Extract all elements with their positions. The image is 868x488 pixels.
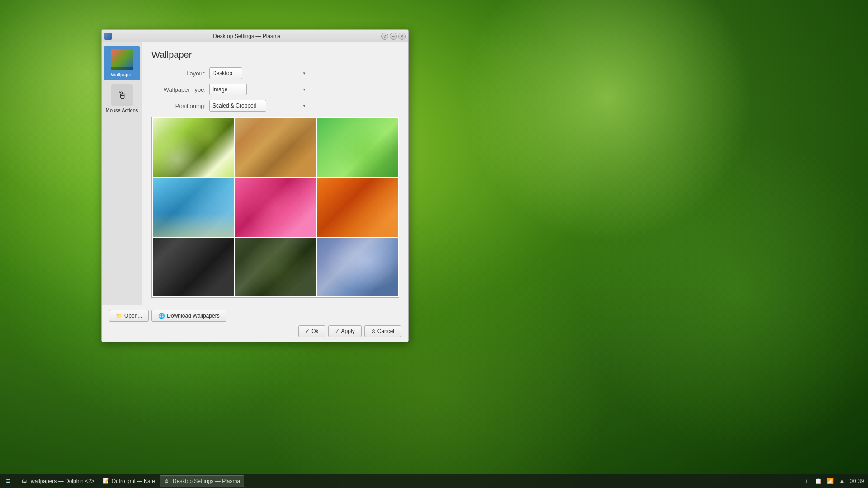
sidebar-wallpaper-label: Wallpaper [111, 72, 133, 77]
sidebar-item-mouse-actions[interactable]: 🖱 Mouse Actions [104, 82, 140, 116]
window-footer: 📁 Open... 🌐 Download Wallpapers ✓ Ok ✓ A… [102, 305, 408, 342]
wallpaper-grid-container[interactable] [151, 117, 399, 298]
positioning-select-wrapper: Scaled & Cropped Centered Tiled Centered… [209, 100, 309, 112]
wallpaper-type-row: Wallpaper Type: Image Color Slideshow [151, 84, 399, 95]
clipboard-tray-icon[interactable]: 📋 [814, 477, 822, 485]
open-icon: 📁 [116, 313, 123, 319]
download-wallpapers-button[interactable]: 🌐 Download Wallpapers [151, 310, 226, 322]
wallpaper-thumb-7[interactable] [153, 238, 234, 296]
mouse-sidebar-icon: 🖱 [111, 84, 133, 106]
window-title: Desktop Settings — Plasma [114, 33, 379, 39]
window-titlebar: Desktop Settings — Plasma ? – ✕ [102, 30, 408, 42]
wifi-tray-icon[interactable]: 📶 [826, 477, 834, 485]
wallpaper-thumb-1[interactable] [153, 118, 234, 177]
system-tray: ℹ 📋 📶 ▲ 00:39 [799, 477, 868, 485]
cancel-button[interactable]: ⊘ Cancel [364, 325, 401, 337]
taskbar: ≡ 🗂 wallpapers — Dolphin <2> 📝 Outro.qml… [0, 474, 868, 488]
wallpaper-thumb-6[interactable] [317, 178, 398, 237]
wallpaper-thumb-2[interactable] [235, 118, 316, 177]
ok-icon: ✓ [305, 328, 310, 334]
window-icon [104, 33, 112, 40]
positioning-select[interactable]: Scaled & Cropped Centered Tiled Centered… [209, 100, 266, 112]
footer-action-buttons: ✓ Ok ✓ Apply ⊘ Cancel [109, 325, 401, 337]
system-clock: 00:39 [849, 478, 864, 484]
positioning-row: Positioning: Scaled & Cropped Centered T… [151, 100, 399, 112]
wallpaper-thumb-11[interactable] [235, 297, 316, 298]
wallpaper-thumb-9[interactable] [317, 238, 398, 296]
layout-select-wrapper: Desktop [209, 67, 309, 79]
wallpaper-type-select-wrapper: Image Color Slideshow [209, 84, 309, 95]
dolphin-label: wallpapers — Dolphin <2> [31, 478, 94, 484]
page-title: Wallpaper [151, 50, 399, 60]
window-body: Wallpaper 🖱 Mouse Actions Wallpaper Layo… [102, 42, 408, 305]
layout-label: Layout: [151, 70, 206, 77]
taskbar-task-dolphin[interactable]: 🗂 wallpapers — Dolphin <2> [18, 475, 98, 487]
taskbar-task-desktop-settings[interactable]: 🖥 Desktop Settings — Plasma [160, 475, 244, 487]
sidebar-mouse-label: Mouse Actions [106, 108, 138, 113]
wallpaper-thumb-12[interactable] [317, 297, 398, 298]
desktop-settings-dialog: Desktop Settings — Plasma ? – ✕ Wallpape… [101, 29, 409, 342]
layout-row: Layout: Desktop [151, 67, 399, 79]
window-controls: ? – ✕ [381, 33, 406, 40]
dolphin-icon: 🗂 [22, 478, 29, 485]
sidebar-item-wallpaper[interactable]: Wallpaper [104, 46, 140, 80]
info-tray-icon[interactable]: ℹ [802, 477, 811, 485]
ok-label: Ok [311, 328, 318, 334]
wallpaper-type-label: Wallpaper Type: [151, 86, 206, 93]
kate-icon: 📝 [103, 478, 110, 485]
arrow-tray-icon[interactable]: ▲ [838, 477, 846, 485]
apply-icon: ✓ [335, 328, 340, 334]
footer-left-buttons: 📁 Open... 🌐 Download Wallpapers [109, 310, 226, 322]
desktop-settings-label: Desktop Settings — Plasma [173, 478, 240, 484]
taskbar-separator [16, 477, 16, 486]
main-content-area: Wallpaper Layout: Desktop Wallpaper Type… [142, 42, 408, 305]
open-label: Open... [124, 313, 142, 319]
window-close-button[interactable]: ✕ [398, 33, 406, 40]
wallpaper-type-select[interactable]: Image Color Slideshow [209, 84, 247, 95]
start-button[interactable]: ≡ [2, 475, 14, 487]
wallpaper-thumb-8[interactable] [235, 238, 316, 296]
start-icon: ≡ [6, 477, 10, 485]
wallpaper-thumb-5[interactable] [235, 178, 316, 237]
kate-label: Outro.qml — Kate [112, 478, 155, 484]
desktop-settings-icon: 🖥 [164, 478, 171, 485]
wallpaper-thumb-10[interactable] [153, 297, 234, 298]
footer-top-row: 📁 Open... 🌐 Download Wallpapers [109, 310, 401, 322]
taskbar-task-kate[interactable]: 📝 Outro.qml — Kate [99, 475, 159, 487]
positioning-label: Positioning: [151, 103, 206, 109]
open-button[interactable]: 📁 Open... [109, 310, 149, 322]
wallpaper-thumb-3[interactable] [317, 118, 398, 177]
wallpaper-sidebar-icon [111, 49, 133, 70]
wallpaper-grid [152, 117, 399, 298]
wallpaper-thumb-4[interactable] [153, 178, 234, 237]
apply-button[interactable]: ✓ Apply [328, 325, 362, 337]
apply-label: Apply [341, 328, 355, 334]
settings-sidebar: Wallpaper 🖱 Mouse Actions [102, 42, 142, 305]
cancel-label: Cancel [377, 328, 394, 334]
download-icon: 🌐 [158, 313, 165, 319]
ok-button[interactable]: ✓ Ok [298, 325, 325, 337]
window-help-button[interactable]: ? [381, 33, 388, 40]
layout-select[interactable]: Desktop [209, 67, 242, 79]
download-label: Download Wallpapers [167, 313, 219, 319]
cancel-icon: ⊘ [371, 328, 376, 334]
window-minimize-button[interactable]: – [390, 33, 397, 40]
